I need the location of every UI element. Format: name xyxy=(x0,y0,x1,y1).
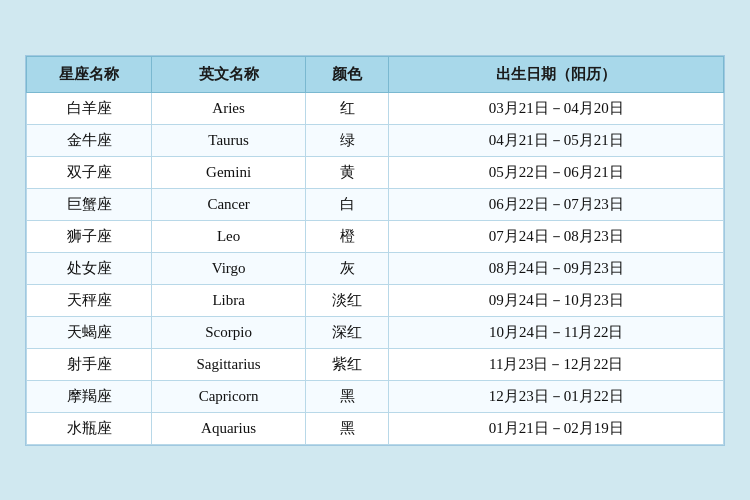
cell-date: 05月22日－06月21日 xyxy=(389,156,724,188)
cell-en-name: Sagittarius xyxy=(152,348,305,380)
cell-en-name: Capricorn xyxy=(152,380,305,412)
cell-en-name: Taurus xyxy=(152,124,305,156)
header-color: 颜色 xyxy=(305,56,389,92)
table-body: 白羊座Aries红03月21日－04月20日金牛座Taurus绿04月21日－0… xyxy=(27,92,724,444)
header-zh-name: 星座名称 xyxy=(27,56,152,92)
cell-date: 03月21日－04月20日 xyxy=(389,92,724,124)
cell-date: 07月24日－08月23日 xyxy=(389,220,724,252)
cell-en-name: Libra xyxy=(152,284,305,316)
cell-en-name: Scorpio xyxy=(152,316,305,348)
cell-zh-name: 天秤座 xyxy=(27,284,152,316)
cell-color: 橙 xyxy=(305,220,389,252)
table-row: 天秤座Libra淡红09月24日－10月23日 xyxy=(27,284,724,316)
zodiac-table-container: 星座名称 英文名称 颜色 出生日期（阳历） 白羊座Aries红03月21日－04… xyxy=(25,55,725,446)
cell-date: 01月21日－02月19日 xyxy=(389,412,724,444)
cell-color: 黑 xyxy=(305,412,389,444)
cell-en-name: Leo xyxy=(152,220,305,252)
cell-zh-name: 摩羯座 xyxy=(27,380,152,412)
table-row: 金牛座Taurus绿04月21日－05月21日 xyxy=(27,124,724,156)
cell-color: 绿 xyxy=(305,124,389,156)
header-date: 出生日期（阳历） xyxy=(389,56,724,92)
table-row: 巨蟹座Cancer白06月22日－07月23日 xyxy=(27,188,724,220)
table-row: 双子座Gemini黄05月22日－06月21日 xyxy=(27,156,724,188)
cell-color: 淡红 xyxy=(305,284,389,316)
table-row: 摩羯座Capricorn黑12月23日－01月22日 xyxy=(27,380,724,412)
cell-date: 11月23日－12月22日 xyxy=(389,348,724,380)
cell-color: 深红 xyxy=(305,316,389,348)
cell-date: 09月24日－10月23日 xyxy=(389,284,724,316)
cell-zh-name: 金牛座 xyxy=(27,124,152,156)
cell-color: 灰 xyxy=(305,252,389,284)
table-row: 白羊座Aries红03月21日－04月20日 xyxy=(27,92,724,124)
cell-en-name: Gemini xyxy=(152,156,305,188)
cell-zh-name: 狮子座 xyxy=(27,220,152,252)
cell-zh-name: 双子座 xyxy=(27,156,152,188)
cell-date: 04月21日－05月21日 xyxy=(389,124,724,156)
cell-zh-name: 巨蟹座 xyxy=(27,188,152,220)
cell-en-name: Aries xyxy=(152,92,305,124)
table-row: 天蝎座Scorpio深红10月24日－11月22日 xyxy=(27,316,724,348)
cell-color: 白 xyxy=(305,188,389,220)
table-row: 狮子座Leo橙07月24日－08月23日 xyxy=(27,220,724,252)
cell-date: 10月24日－11月22日 xyxy=(389,316,724,348)
cell-zh-name: 射手座 xyxy=(27,348,152,380)
cell-color: 紫红 xyxy=(305,348,389,380)
cell-zh-name: 水瓶座 xyxy=(27,412,152,444)
cell-zh-name: 白羊座 xyxy=(27,92,152,124)
table-row: 处女座Virgo灰08月24日－09月23日 xyxy=(27,252,724,284)
cell-color: 黄 xyxy=(305,156,389,188)
cell-date: 12月23日－01月22日 xyxy=(389,380,724,412)
cell-en-name: Virgo xyxy=(152,252,305,284)
cell-zh-name: 天蝎座 xyxy=(27,316,152,348)
cell-color: 黑 xyxy=(305,380,389,412)
cell-en-name: Cancer xyxy=(152,188,305,220)
header-en-name: 英文名称 xyxy=(152,56,305,92)
zodiac-table: 星座名称 英文名称 颜色 出生日期（阳历） 白羊座Aries红03月21日－04… xyxy=(26,56,724,445)
table-row: 射手座Sagittarius紫红11月23日－12月22日 xyxy=(27,348,724,380)
table-header-row: 星座名称 英文名称 颜色 出生日期（阳历） xyxy=(27,56,724,92)
cell-color: 红 xyxy=(305,92,389,124)
cell-en-name: Aquarius xyxy=(152,412,305,444)
cell-date: 06月22日－07月23日 xyxy=(389,188,724,220)
cell-date: 08月24日－09月23日 xyxy=(389,252,724,284)
table-row: 水瓶座Aquarius黑01月21日－02月19日 xyxy=(27,412,724,444)
cell-zh-name: 处女座 xyxy=(27,252,152,284)
